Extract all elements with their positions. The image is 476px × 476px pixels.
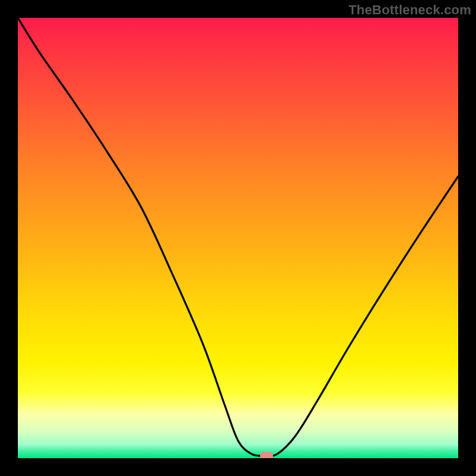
plot-area — [18, 18, 458, 458]
bottleneck-curve — [18, 18, 458, 458]
curve-path — [18, 18, 458, 456]
optimum-marker — [260, 452, 273, 458]
chart-frame: TheBottleneck.com — [0, 0, 476, 476]
attribution-text: TheBottleneck.com — [349, 2, 471, 18]
